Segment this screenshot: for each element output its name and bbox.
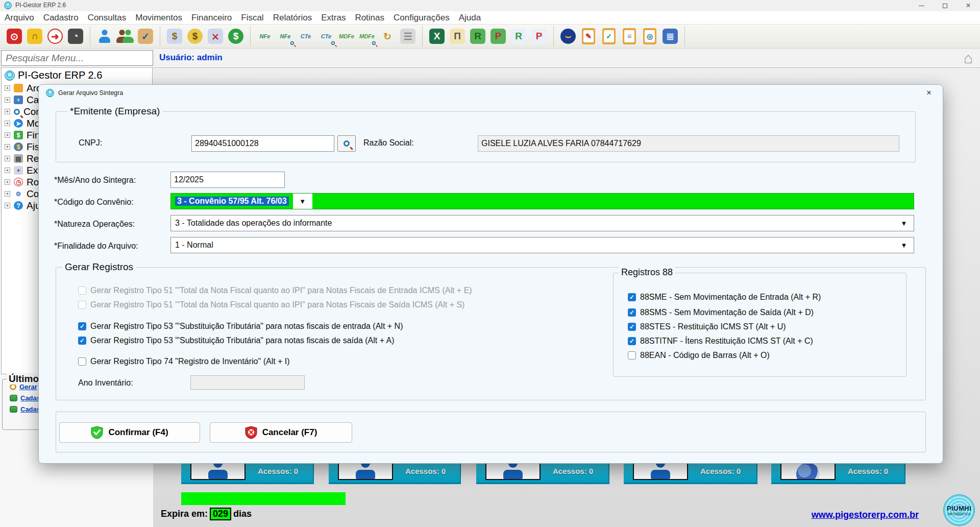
contas-receber-icon[interactable]: R (469, 27, 487, 45)
refresh-icon[interactable]: ↻ (378, 27, 397, 45)
dialog-close-icon[interactable]: × (923, 88, 935, 99)
dropdown-arrow-icon[interactable] (894, 215, 914, 231)
checkbox-label: Gerar Registro Tipo 51 "'Total da Nota F… (90, 300, 464, 309)
checkbox[interactable] (78, 337, 86, 345)
bank-icon[interactable]: Π (448, 27, 467, 45)
cte-search-icon[interactable]: CTe (317, 27, 335, 45)
expand-icon[interactable]: + (5, 156, 10, 161)
checkbox-row: Gerar Registro Tipo 51 "'Total da Nota F… (78, 286, 472, 295)
home-icon[interactable]: ⌂ (964, 50, 973, 67)
maximize-button[interactable] (933, 0, 957, 11)
checkbox[interactable] (628, 308, 636, 317)
contas-pagar-icon[interactable]: P (489, 27, 507, 45)
expand-icon[interactable]: + (5, 97, 10, 103)
checkbox-row[interactable]: 88STITNF - Ítens Restituição ICMS ST (Al… (628, 337, 813, 346)
close-button[interactable] (957, 0, 980, 11)
clipboard-check-icon[interactable]: ✓ (600, 27, 618, 45)
minimize-button[interactable] (910, 0, 933, 11)
finalidade-select[interactable]: 1 - Normal (170, 237, 914, 253)
excel-icon[interactable]: X (428, 27, 446, 45)
checkbox[interactable] (628, 293, 636, 301)
moneybag-calculator-icon[interactable]: $ (227, 27, 245, 45)
menu-item-fiscal[interactable]: Fiscal (236, 13, 268, 23)
cte-icon[interactable]: CTe (297, 27, 315, 45)
power-icon[interactable]: ⊙ (5, 27, 23, 45)
expand-icon[interactable]: + (5, 144, 10, 150)
recent-panel-title: Último (7, 373, 41, 385)
window-titlebar: PI-Gestor ERP 2.6 (0, 0, 980, 11)
currency-coin-icon[interactable]: $ (186, 27, 204, 45)
invoice-tools-icon[interactable]: ⨯ (206, 27, 225, 45)
checkbox[interactable] (628, 323, 636, 331)
checkbox-row[interactable]: Gerar Registro Tipo 53 "'Substituição Tr… (78, 336, 395, 345)
checkbox-row[interactable]: Gerar Registro Tipo 53 "'Substituição Tr… (78, 322, 403, 331)
logout-arrow-icon[interactable]: ➜ (46, 27, 64, 45)
clipboard-edit-icon[interactable]: ✎ (579, 27, 598, 45)
menu-item-rotinas[interactable]: Rotinas (350, 13, 389, 23)
website-link[interactable]: www.pigestorerp.com.br (812, 510, 919, 520)
license-expiry: Expira em: 029 dias (161, 508, 252, 520)
menu-item-relatórios[interactable]: Relatórios (268, 13, 317, 23)
menu-item-movimentos[interactable]: Movimentos (131, 13, 187, 23)
checkbox-row[interactable]: 88EAN - Código de Barras (Alt + O) (628, 351, 770, 360)
codigo-convenio-select[interactable]: 3 - Convênio 57/95 Alt. 76/03 (170, 193, 914, 209)
financeiro-icon: $ (14, 131, 23, 139)
expand-icon[interactable]: + (5, 121, 10, 126)
cancelar-button[interactable]: Cancelar (F7) (210, 422, 352, 443)
expand-icon[interactable]: + (5, 203, 10, 208)
mdfe-icon[interactable]: MDFe (337, 27, 356, 45)
expand-icon[interactable]: + (5, 179, 10, 185)
recent-link[interactable]: Cadas (20, 405, 40, 413)
menu-item-ajuda[interactable]: Ajuda (454, 13, 485, 23)
search-input[interactable] (1, 50, 153, 66)
expand-icon[interactable]: + (5, 109, 10, 114)
expand-icon[interactable]: + (5, 85, 10, 91)
codigo-convenio-label: *Código do Convênio: (54, 198, 134, 207)
dropdown-arrow-icon[interactable] (894, 237, 914, 253)
expand-icon[interactable]: + (5, 191, 10, 197)
natureza-select[interactable]: 3 - Totalidade das operações do informan… (170, 215, 914, 231)
handshake-icon[interactable]: ⌣ (559, 27, 577, 45)
pagamento-edit-icon[interactable]: P (530, 27, 548, 45)
checkbox[interactable] (628, 337, 636, 345)
receita-edit-icon[interactable]: R (509, 27, 528, 45)
menu-item-financeiro[interactable]: Financeiro (187, 13, 236, 23)
checkbox[interactable] (78, 322, 86, 330)
cnpj-search-button[interactable] (337, 135, 356, 152)
mdfe-search-icon[interactable]: MDFe (358, 27, 376, 45)
tree-root[interactable]: PI-Gestor ERP 2.6 (2, 68, 152, 82)
checkbox-row[interactable]: 88SME - Sem Movimentação de Entrada (Alt… (628, 293, 821, 302)
window-title: PI-Gestor ERP 2.6 (15, 2, 66, 9)
mes-ano-input[interactable] (170, 172, 285, 188)
expand-icon[interactable]: + (5, 132, 10, 138)
lock-icon[interactable]: ∩ (26, 27, 44, 45)
menu-item-consultas[interactable]: Consultas (83, 13, 131, 23)
checkbox[interactable] (78, 357, 86, 366)
menu-item-extras[interactable]: Extras (316, 13, 350, 23)
notebook-icon[interactable]: ≣ (661, 27, 679, 45)
clipboard-list-icon[interactable]: ≡ (620, 27, 639, 45)
menu-item-configurações[interactable]: Configurações (389, 13, 454, 23)
expand-icon[interactable]: + (5, 167, 10, 173)
checkbox-row[interactable]: 88STES - Restituição ICMS ST (Alt + U) (628, 322, 786, 331)
dropdown-arrow-icon[interactable] (293, 194, 312, 209)
invoice-coins-icon[interactable]: $ (165, 27, 184, 45)
cnpj-input[interactable] (191, 135, 334, 152)
backup-clock-icon[interactable]: ◔ (66, 27, 85, 45)
menu-item-arquivo[interactable]: Arquivo (0, 13, 39, 23)
sped-icon[interactable]: ☰ (399, 27, 417, 45)
clipboard-search-icon[interactable]: ◎ (641, 27, 659, 45)
cancelar-label: Cancelar (F7) (262, 427, 317, 438)
users-icon[interactable] (116, 27, 134, 45)
nfe-icon[interactable]: NFe (256, 27, 274, 45)
user-icon[interactable] (95, 27, 114, 45)
recent-link[interactable]: Cadas (20, 394, 40, 402)
confirmar-button[interactable]: Confirmar (F4) (59, 422, 200, 443)
checkbox-row[interactable]: 88SMS - Sem Movimentação de Saída (Alt +… (628, 308, 814, 317)
stock-box-icon[interactable]: ✓ (136, 27, 155, 45)
menu-item-cadastro[interactable]: Cadastro (39, 13, 83, 23)
checkbox-row[interactable]: Gerar Registro Tipo 74 "Registro de Inve… (78, 357, 290, 366)
nfe-search-icon[interactable]: NFe (276, 27, 295, 45)
checkbox[interactable] (628, 351, 636, 360)
confirm-shield-icon (91, 426, 103, 439)
